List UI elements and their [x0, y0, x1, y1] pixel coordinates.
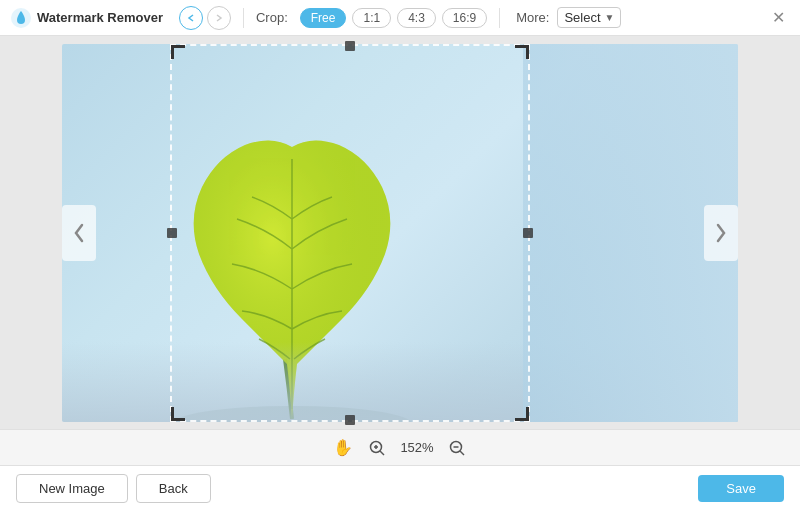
footer-left-buttons: New Image Back	[16, 474, 211, 503]
select-dropdown[interactable]: Select ▼	[557, 7, 621, 28]
hand-tool-button[interactable]: ✋	[332, 437, 354, 459]
hand-icon: ✋	[333, 438, 353, 457]
svg-line-6	[380, 451, 384, 455]
prev-image-button[interactable]	[62, 205, 96, 261]
app-title: Watermark Remover	[37, 10, 163, 25]
crop-free-button[interactable]: Free	[300, 8, 347, 28]
back-button[interactable]: Back	[136, 474, 211, 503]
image-container	[62, 44, 738, 422]
forward-nav-button[interactable]	[207, 6, 231, 30]
app-logo: Watermark Remover	[10, 7, 163, 29]
more-label: More:	[516, 10, 549, 25]
leaf-image	[62, 44, 738, 422]
crop-label: Crop:	[256, 10, 288, 25]
svg-line-9	[460, 451, 464, 455]
title-bar: Watermark Remover Crop: Free 1:1 4:3 16:…	[0, 0, 800, 36]
dropdown-arrow-icon: ▼	[605, 12, 615, 23]
zoom-out-button[interactable]	[446, 437, 468, 459]
crop-4-3-button[interactable]: 4:3	[397, 8, 436, 28]
zoom-out-icon	[448, 439, 466, 457]
crop-16-9-button[interactable]: 16:9	[442, 8, 487, 28]
footer-bar: New Image Back Save	[0, 465, 800, 511]
save-button[interactable]: Save	[698, 475, 784, 502]
zoom-level: 152%	[400, 440, 433, 455]
next-image-button[interactable]	[704, 205, 738, 261]
footer-right-buttons: Save	[698, 475, 784, 502]
zoom-in-icon	[368, 439, 386, 457]
nav-buttons	[179, 6, 231, 30]
app-logo-icon	[10, 7, 32, 29]
separator-2	[499, 8, 500, 28]
status-bar: ✋ 152%	[0, 429, 800, 465]
crop-options: Free 1:1 4:3 16:9	[300, 8, 487, 28]
close-button[interactable]: ✕	[766, 6, 790, 30]
canvas-area	[0, 36, 800, 429]
back-nav-button[interactable]	[179, 6, 203, 30]
crop-1-1-button[interactable]: 1:1	[352, 8, 391, 28]
zoom-in-button[interactable]	[366, 437, 388, 459]
new-image-button[interactable]: New Image	[16, 474, 128, 503]
separator-1	[243, 8, 244, 28]
select-label: Select	[564, 10, 600, 25]
